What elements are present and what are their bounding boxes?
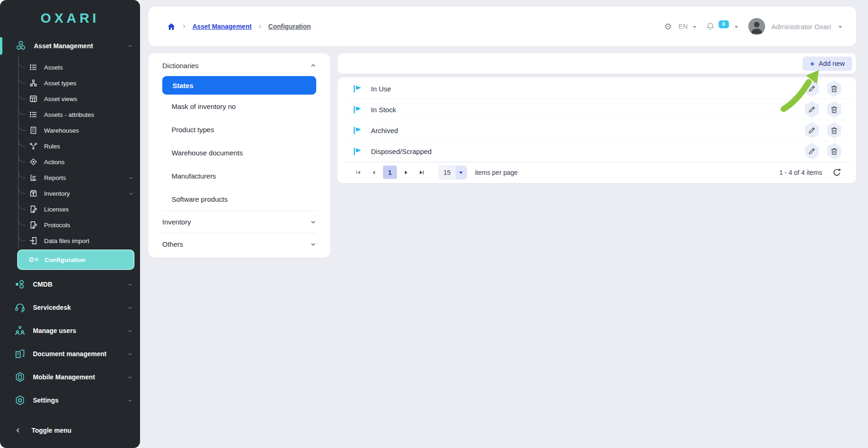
chevron-down-icon [128,282,133,287]
edit-button[interactable] [804,143,820,160]
flag-icon [352,84,362,94]
trash-icon [830,126,838,134]
sidebar-item-data-files-import[interactable]: Data files import [0,233,140,249]
sidebar-group-servicedesk[interactable]: Servicedesk [0,296,140,319]
flag-icon [352,105,362,115]
row-actions [804,80,842,97]
chevron-down-icon [128,175,134,180]
delete-button[interactable] [826,122,842,139]
state-name: In Stock [371,106,396,114]
oxari-logo: OXARI [0,0,140,36]
dictionaries-panel: Dictionaries States Mask of inventory no… [148,53,330,258]
flag-icon [352,126,362,135]
user-name: Administrator Oxari [772,23,831,31]
previous-page-button[interactable] [368,166,380,179]
chevron-down-icon [310,219,316,225]
chevron-up-icon [128,44,133,49]
delete-button[interactable] [826,101,842,118]
dict-item-product-types[interactable]: Product types [162,118,316,141]
top-header: Asset Management Configuration ⚙ EN 0 Ad… [148,6,856,46]
list-item: In Use [345,78,849,99]
breadcrumb-configuration-link[interactable]: Configuration [268,23,311,30]
sidebar-group-settings[interactable]: Settings [0,389,140,412]
sidebar-group-cmdb[interactable]: CMDB [0,273,140,296]
headset-icon [14,301,26,314]
delete-button[interactable] [826,80,842,97]
asset-management-submenu: Assets Asset types Asset views Assets - … [0,59,140,270]
settings-gear-icon [14,394,26,406]
chevron-down-icon [128,375,133,380]
state-name: Archived [371,127,398,134]
pagination-summary: 1 - 4 of 4 items [779,168,841,177]
edit-button[interactable] [804,122,820,139]
dict-section-others[interactable]: Others [162,233,316,255]
chevron-up-icon [310,63,316,69]
network-icon [29,142,38,151]
sidebar-group-asset-management[interactable]: Asset Management [0,36,140,56]
breadcrumb: Asset Management Configuration [167,22,311,31]
dict-section-inventory[interactable]: Inventory [162,211,316,233]
refresh-icon [832,168,841,177]
document-pencil-icon [29,221,38,230]
caret-down-icon[interactable] [838,26,842,28]
language-selector[interactable]: EN [678,23,688,30]
cmdb-icon [14,278,26,290]
report-chart-icon [29,173,38,182]
chevron-down-icon [128,352,133,357]
mobile-shield-icon [14,371,26,383]
delete-button[interactable] [826,143,842,160]
home-icon[interactable] [167,22,176,31]
refresh-button[interactable] [832,168,841,177]
next-page-button[interactable] [400,166,412,179]
toggle-menu-button[interactable]: Toggle menu [0,417,140,443]
sidebar-group-manage-users[interactable]: Manage users [0,319,140,342]
add-new-button[interactable]: + Add new [803,57,852,71]
app-window: OXARI Asset Management Assets Asse [0,0,868,448]
last-page-button[interactable] [415,166,428,179]
building-icon [29,126,38,135]
breadcrumb-separator-icon [182,24,186,29]
list-item: Disposed/Scrapped [345,141,849,162]
edit-button[interactable] [804,101,820,118]
sidebar-item-configuration[interactable]: ⚙⚙ Configuration [17,250,134,270]
trash-icon [830,147,838,155]
notification-bell-icon[interactable] [706,22,715,31]
dictionaries-header[interactable]: Dictionaries [162,62,316,70]
dict-item-manufacturers[interactable]: Manufacturers [162,164,316,187]
pagination-bar: 1 15 items per page 1 - 4 of 4 items [345,162,849,182]
dict-item-mask-of-inventory-no[interactable]: Mask of inventory no [162,95,316,118]
list-item: In Stock [345,99,849,120]
state-name: In Use [371,85,391,93]
settings-gear-icon[interactable]: ⚙ [664,21,672,32]
page-size-select[interactable]: 15 [438,166,467,179]
chevron-left-icon [15,427,21,434]
user-avatar[interactable] [748,18,765,35]
box-icon [29,189,38,198]
dict-item-states-selected[interactable]: States [162,76,316,95]
row-actions [804,101,842,118]
items-per-page-label: items per page [475,169,518,176]
chevron-down-icon [310,241,316,247]
breadcrumb-asset-management-link[interactable]: Asset Management [192,23,252,30]
users-icon [14,325,26,337]
page-number-current[interactable]: 1 [383,166,397,179]
list-toolbar: + Add new [338,53,856,74]
sidebar-group-mobile-management[interactable]: Mobile Management [0,365,140,389]
table-icon [29,95,38,103]
documents-icon [14,348,26,360]
first-page-button[interactable] [352,166,364,179]
caret-down-icon[interactable] [734,26,738,28]
row-actions [804,143,842,160]
dict-item-warehouse-documents[interactable]: Warehouse documents [162,141,316,164]
chevron-down-icon [128,191,134,196]
notification-count-badge: 0 [719,20,729,28]
caret-down-icon[interactable] [693,26,696,28]
edit-button[interactable] [804,80,820,97]
plus-icon: + [810,60,815,68]
pencil-icon [808,126,816,134]
sidebar-group-document-management[interactable]: Document management [0,342,140,365]
chevron-down-icon [128,305,133,310]
state-name: Disposed/Scrapped [371,147,432,155]
dict-item-software-products[interactable]: Software products [162,187,316,211]
target-icon [29,158,38,166]
